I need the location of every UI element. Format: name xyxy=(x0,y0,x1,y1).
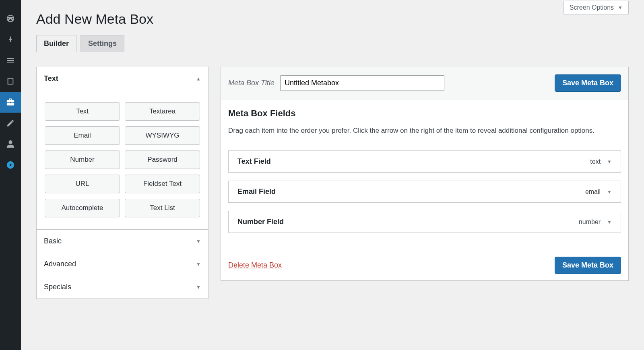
accordion-text-body: Text Textarea Email WYSIWYG Number Passw… xyxy=(37,90,208,230)
accordion-advanced-header[interactable]: Advanced ▼ xyxy=(37,253,208,276)
field-name: Email Field xyxy=(237,187,276,196)
field-type: text xyxy=(590,158,601,165)
chevron-down-icon: ▼ xyxy=(196,261,201,267)
meta-title-label: Meta Box Title xyxy=(228,79,275,87)
screen-options-label: Screen Options xyxy=(570,4,614,11)
accordion-text-header[interactable]: Text ▲ xyxy=(37,67,208,90)
tab-bar: Builder Settings xyxy=(36,35,629,52)
field-type: number xyxy=(579,218,601,226)
fields-heading: Meta Box Fields xyxy=(228,108,621,119)
chevron-down-icon[interactable]: ▼ xyxy=(607,219,612,225)
field-type-wysiwyg[interactable]: WYSIWYG xyxy=(125,126,200,145)
page-title: Add New Meta Box xyxy=(36,0,629,35)
tab-builder[interactable]: Builder xyxy=(36,35,76,52)
accordion-basic-label: Basic xyxy=(44,237,62,245)
pencil-icon[interactable] xyxy=(0,113,21,134)
screen-options-toggle[interactable]: Screen Options ▼ xyxy=(564,1,629,15)
field-type-autocomplete[interactable]: Autocomplete xyxy=(45,199,120,217)
pin-icon[interactable] xyxy=(0,29,21,50)
panel-footer: Delete Meta Box Save Meta Box xyxy=(221,250,628,280)
chevron-down-icon[interactable]: ▼ xyxy=(607,159,612,165)
book-icon[interactable] xyxy=(0,71,21,92)
panel-header: Meta Box Title Save Meta Box xyxy=(221,67,628,99)
accordion-specials-label: Specials xyxy=(44,283,71,291)
menu-icon[interactable] xyxy=(0,50,21,71)
chevron-up-icon: ▲ xyxy=(196,76,201,82)
field-name: Text Field xyxy=(237,157,271,166)
field-type-text[interactable]: Text xyxy=(45,102,120,121)
chevron-down-icon: ▼ xyxy=(196,284,201,290)
chevron-down-icon: ▼ xyxy=(618,5,623,10)
field-type-text-list[interactable]: Text List xyxy=(125,199,200,217)
fields-description: Drag each item into the order you prefer… xyxy=(228,125,621,136)
meta-title-input[interactable] xyxy=(280,75,444,91)
chevron-down-icon: ▼ xyxy=(196,239,201,244)
accordion-text-label: Text xyxy=(44,74,58,83)
field-type-number[interactable]: Number xyxy=(45,150,120,169)
metabox-icon[interactable] xyxy=(0,92,21,113)
accordion-specials-header[interactable]: Specials ▼ xyxy=(37,276,208,299)
accordion-advanced-label: Advanced xyxy=(44,260,76,268)
delete-link[interactable]: Delete Meta Box xyxy=(228,261,282,270)
save-button-top[interactable]: Save Meta Box xyxy=(555,74,621,92)
field-type-fieldset-text[interactable]: Fieldset Text xyxy=(125,175,200,193)
admin-sidebar xyxy=(0,0,21,350)
field-row[interactable]: Number Field number ▼ xyxy=(228,211,621,233)
field-name: Number Field xyxy=(237,218,284,226)
field-row[interactable]: Text Field text ▼ xyxy=(228,150,621,173)
field-type: email xyxy=(585,188,601,196)
dashboard-icon[interactable] xyxy=(0,8,21,29)
play-icon[interactable] xyxy=(0,154,21,175)
field-type-email[interactable]: Email xyxy=(45,126,120,145)
user-icon[interactable] xyxy=(0,134,21,154)
field-type-password[interactable]: Password xyxy=(125,150,200,169)
tab-settings[interactable]: Settings xyxy=(80,35,124,52)
accordion-basic-header[interactable]: Basic ▼ xyxy=(37,230,208,253)
field-row[interactable]: Email Field email ▼ xyxy=(228,181,621,203)
save-button-bottom[interactable]: Save Meta Box xyxy=(555,257,621,274)
chevron-down-icon[interactable]: ▼ xyxy=(607,189,612,195)
field-type-textarea[interactable]: Textarea xyxy=(125,102,200,121)
field-type-url[interactable]: URL xyxy=(45,175,120,193)
